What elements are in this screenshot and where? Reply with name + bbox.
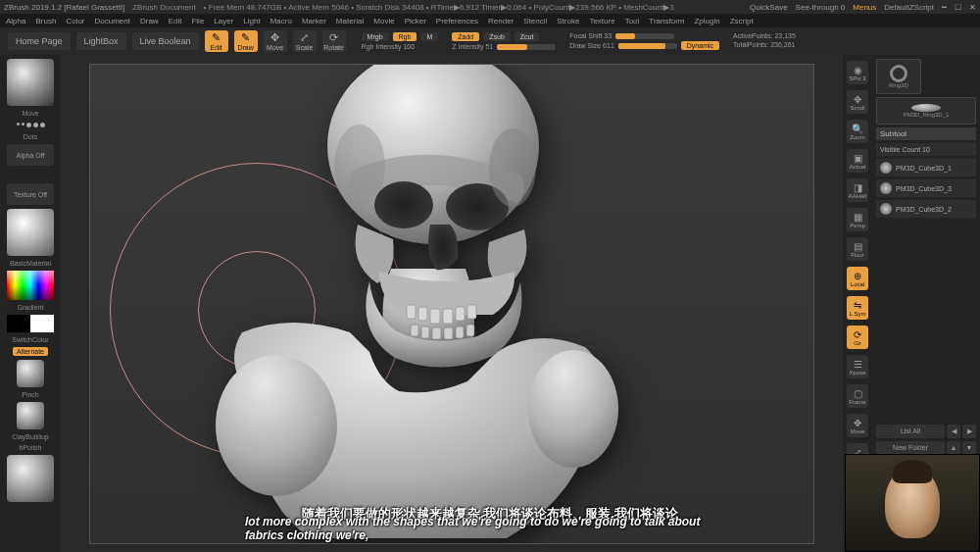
svg-point-0	[216, 355, 337, 496]
arrow-down-icon[interactable]: ▼	[962, 441, 976, 454]
svg-point-17	[334, 125, 385, 207]
quicksave-button[interactable]: QuickSave	[750, 3, 788, 12]
menu-material[interactable]: Material	[336, 17, 364, 25]
liveboolean-button[interactable]: Live Boolean	[132, 32, 199, 50]
menu-zscript[interactable]: Zscript	[730, 17, 754, 25]
menu-light[interactable]: Light	[243, 17, 260, 25]
menu-marker[interactable]: Marker	[302, 17, 326, 25]
material-thumb[interactable]	[7, 209, 54, 256]
sculpt-mesh	[183, 64, 634, 544]
swatch-white[interactable]	[30, 315, 54, 332]
move3d-button[interactable]: ✥Move	[847, 414, 868, 437]
gz-button[interactable]: ⟳Gz	[847, 326, 868, 349]
menus-toggle[interactable]: Menus	[853, 3, 876, 12]
menu-picker[interactable]: Picker	[405, 17, 426, 25]
subtool-item-1[interactable]: PM3D_Cube3D_1	[876, 159, 976, 176]
eye-icon	[880, 182, 892, 194]
rgb-chip[interactable]: Rgb	[393, 32, 417, 41]
swatch-black[interactable]	[7, 315, 30, 332]
arrow-right-icon[interactable]: ▶	[962, 425, 976, 438]
xpose-button[interactable]: ☰Xpose	[847, 355, 868, 378]
hpolish-brush-icon[interactable]	[7, 455, 54, 502]
pinch-brush-icon[interactable]	[17, 360, 44, 387]
texture-off-button[interactable]: Texture Off	[7, 183, 54, 205]
home-button[interactable]: Home Page	[8, 32, 71, 50]
menu-edit[interactable]: Edit	[169, 17, 182, 25]
menu-texture[interactable]: Texture	[589, 17, 614, 25]
menu-document[interactable]: Document	[95, 17, 130, 25]
menu-tool[interactable]: Tool	[625, 17, 640, 25]
arrow-left-icon[interactable]: ◀	[947, 425, 960, 438]
aahalf-button[interactable]: ◨AAHalf	[847, 178, 868, 202]
menu-macro[interactable]: Macro	[270, 17, 292, 25]
canvas-area[interactable]	[61, 55, 843, 552]
draw-size-label[interactable]: Draw Size 611	[569, 42, 614, 49]
brush-thumb[interactable]	[7, 59, 54, 106]
menu-draw[interactable]: Draw	[140, 17, 159, 25]
spix-button[interactable]: ◉SPix 3	[847, 61, 868, 84]
arrow-up-icon[interactable]: ▲	[947, 441, 960, 454]
stroke-dots-icon[interactable]	[17, 123, 45, 127]
frame-button[interactable]: ▢Frame	[847, 384, 868, 408]
lightbox-button[interactable]: LightBox	[76, 32, 126, 50]
zadd-chip[interactable]: Zadd	[452, 32, 479, 41]
menu-brush[interactable]: Brush	[35, 17, 56, 25]
rotate-button[interactable]: ⟳Rotate	[322, 30, 346, 52]
actual-button[interactable]: ▣Actual	[847, 149, 868, 173]
maximize-icon[interactable]: ☐	[955, 3, 961, 12]
menu-movie[interactable]: Movie	[373, 17, 394, 25]
focal-shift-label[interactable]: Focal Shift 33	[569, 32, 612, 39]
mrgb-chip[interactable]: Mrgb	[362, 32, 389, 41]
rgb-intensity-label[interactable]: Rgb Intensity 100	[362, 43, 439, 50]
scale-button[interactable]: ⤢Scale	[293, 30, 317, 52]
draw-button[interactable]: ✎Draw	[234, 30, 258, 52]
switchcolor-label[interactable]: SwitchColor	[12, 336, 48, 343]
subtool-item-3[interactable]: PM3D_Cube3D_2	[876, 200, 976, 218]
seethrough-slider[interactable]: See-through 0	[796, 3, 846, 12]
newfolder-button[interactable]: New Folder	[876, 441, 945, 454]
claybuildup-brush-icon[interactable]	[17, 402, 44, 429]
menu-preferences[interactable]: Preferences	[436, 17, 478, 25]
document-viewport[interactable]	[89, 64, 814, 544]
svg-point-3	[374, 181, 433, 228]
close-icon[interactable]: ✕	[969, 3, 976, 12]
floor-button[interactable]: ▤Floor	[847, 237, 868, 261]
listall-button[interactable]: List All	[876, 425, 945, 438]
z-intensity-label[interactable]: Z Intensity 51	[452, 43, 493, 50]
alpha-off-button[interactable]: Alpha Off	[7, 144, 54, 166]
color-picker[interactable]	[7, 271, 54, 300]
svg-point-1	[528, 350, 618, 468]
zoom-button[interactable]: 🔍Zoom	[847, 120, 868, 143]
eye-icon	[880, 162, 892, 174]
visible-count[interactable]: Visible Count 10	[876, 143, 976, 156]
svg-rect-11	[411, 325, 418, 336]
menu-file[interactable]: File	[191, 17, 204, 25]
dynamic-chip[interactable]: Dynamic	[681, 41, 719, 50]
m-chip[interactable]: M	[420, 32, 438, 41]
menu-zplugin[interactable]: Zplugin	[694, 17, 719, 25]
tool-thumb-ring[interactable]: Ring3D	[876, 59, 921, 94]
menu-stroke[interactable]: Stroke	[557, 17, 579, 25]
default-zscript[interactable]: DefaultZScript	[884, 3, 934, 12]
menu-alpha[interactable]: Alpha	[6, 17, 25, 25]
edit-button[interactable]: ✎Edit	[205, 30, 228, 52]
scroll-button[interactable]: ✥Scroll	[847, 90, 868, 114]
tool-thumb-ring-wide[interactable]: PM3D_Ring3D_1	[876, 97, 976, 125]
menu-color[interactable]: Color	[66, 17, 84, 25]
move-button[interactable]: ✥Move	[264, 30, 287, 52]
menu-layer[interactable]: Layer	[214, 17, 233, 25]
local-button[interactable]: ⊕Local	[847, 267, 868, 290]
persp-button[interactable]: ▦Persp	[847, 208, 868, 231]
zsub-chip[interactable]: Zsub	[483, 32, 511, 41]
lsym-button[interactable]: ⇋L.Sym	[847, 296, 868, 320]
subtool-header[interactable]: Subtool	[876, 127, 976, 140]
menu-render[interactable]: Render	[488, 17, 514, 25]
zcut-chip[interactable]: Zcut	[514, 32, 540, 41]
subtool-item-2[interactable]: PM3D_Cube3D_3	[876, 179, 976, 197]
menu-stencil[interactable]: Stencil	[523, 17, 547, 25]
menu-transform[interactable]: Transform	[649, 17, 684, 25]
eye-icon	[880, 203, 892, 215]
alternate-button[interactable]: Alternate	[13, 347, 48, 356]
minimize-icon[interactable]: ━	[942, 3, 947, 12]
gradient-label[interactable]: Gradient	[18, 304, 44, 311]
